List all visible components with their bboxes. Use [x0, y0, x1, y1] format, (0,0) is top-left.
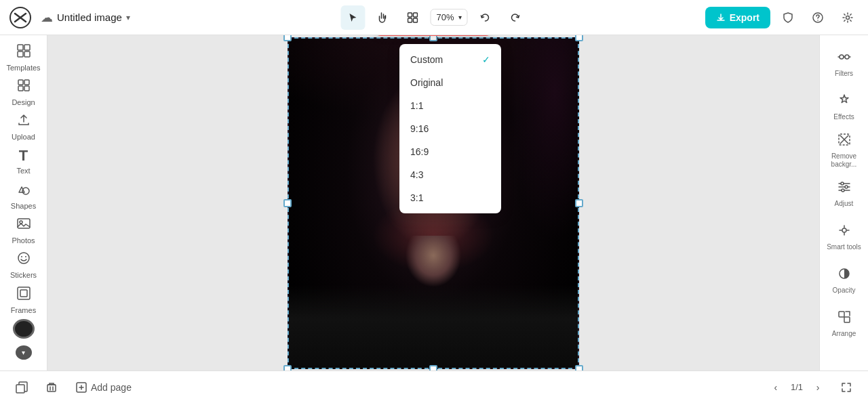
sidebar-item-filters[interactable]: Filters [824, 43, 865, 84]
next-page-button[interactable]: › [808, 378, 827, 397]
pagination-label: 1/1 [791, 382, 803, 392]
design-label: Design [12, 98, 35, 106]
svg-marker-19 [19, 187, 24, 192]
canvas-area[interactable]: Custom ▲ × ✓ [47, 35, 819, 370]
handle-bottom-right[interactable] [575, 365, 583, 371]
crop-toolbar: Custom ▲ × ✓ [374, 35, 492, 36]
sidebar-item-text[interactable]: T Text [3, 144, 44, 177]
handle-top-right[interactable] [575, 35, 583, 41]
stickers-icon [16, 251, 31, 269]
svg-rect-14 [18, 80, 23, 85]
fullscreen-button[interactable] [835, 377, 857, 398]
svg-rect-13 [24, 51, 30, 57]
dropdown-item-original[interactable]: Original [399, 71, 501, 94]
shield-button[interactable] [776, 5, 800, 30]
svg-point-36 [842, 189, 844, 192]
dropdown-item-9-16[interactable]: 9:16 [399, 117, 501, 140]
settings-button[interactable] [835, 5, 860, 30]
svg-rect-42 [16, 385, 24, 393]
topbar-right: Export [705, 5, 860, 30]
effects-label: Effects [833, 113, 854, 121]
canvas-image-container[interactable]: Custom ▲ × ✓ [288, 37, 579, 369]
add-page-button[interactable]: Add page [71, 378, 137, 397]
svg-rect-11 [24, 45, 30, 50]
canvas-wrapper: Custom ▲ × ✓ [288, 37, 579, 369]
smart-tools-label: Smart tools [827, 243, 861, 251]
opacity-label: Opacity [833, 287, 856, 295]
svg-rect-12 [18, 51, 23, 57]
copy-page-button[interactable] [11, 377, 33, 398]
dropdown-item-4-3[interactable]: 4:3 [399, 163, 501, 186]
handle-top-left[interactable] [283, 35, 292, 41]
pagination: ‹ 1/1 › [766, 378, 827, 397]
select-tool-button[interactable] [340, 5, 365, 30]
app-logo[interactable] [8, 5, 33, 30]
dropdown-item-16-9[interactable]: 16:9 [399, 140, 501, 163]
export-button[interactable]: Export [705, 7, 770, 28]
expand-button[interactable]: ▾ [16, 345, 32, 360]
undo-button[interactable] [473, 5, 498, 30]
svg-point-34 [841, 182, 844, 185]
svg-rect-3 [408, 13, 412, 17]
right-sidebar: Filters Effects Remove backgr... [819, 35, 868, 370]
handle-top-middle[interactable] [429, 35, 437, 41]
text-icon: T [19, 147, 28, 165]
crop-dropdown[interactable]: Custom ✓ Original 1:1 9:16 16:9 [399, 44, 501, 213]
title-chevron-icon[interactable]: ▾ [126, 13, 130, 22]
svg-point-9 [846, 16, 850, 19]
zoom-chevron-icon: ▾ [458, 14, 462, 21]
sidebar-item-templates[interactable]: Templates [3, 41, 44, 74]
redo-button[interactable] [503, 5, 528, 30]
sidebar-item-adjust[interactable]: Adjust [824, 173, 865, 214]
sidebar-item-arrange[interactable]: Arrange [824, 303, 865, 344]
dropdown-custom-label: Custom [410, 54, 443, 65]
sidebar-item-shapes[interactable]: Shapes [3, 179, 44, 213]
sidebar-item-photos[interactable]: Photos [3, 214, 44, 247]
svg-rect-43 [47, 385, 56, 391]
design-icon [16, 78, 31, 96]
zoom-control[interactable]: 70% ▾ [430, 9, 467, 26]
handle-left-middle[interactable] [283, 199, 292, 207]
sidebar-item-frames[interactable]: Frames [3, 283, 44, 316]
dropdown-custom-check: ✓ [482, 54, 490, 65]
sidebar-item-upload[interactable]: Upload [3, 110, 44, 143]
zoom-value: 70% [436, 12, 454, 22]
sidebar-item-effects[interactable]: Effects [824, 87, 865, 127]
opacity-icon [837, 267, 851, 284]
dropdown-item-1-1[interactable]: 1:1 [399, 94, 501, 117]
help-button[interactable] [806, 5, 830, 30]
svg-point-24 [25, 256, 26, 257]
adjust-icon [837, 180, 851, 197]
filters-icon [837, 50, 851, 67]
color-picker-button[interactable] [13, 319, 35, 339]
dropdown-original-label: Original [410, 77, 443, 88]
dropdown-9-16-label: 9:16 [410, 123, 429, 134]
stickers-label: Stickers [10, 271, 37, 279]
sidebar-item-design[interactable]: Design [3, 75, 44, 108]
frames-label: Frames [11, 306, 36, 314]
arrange-icon [837, 310, 851, 327]
svg-rect-25 [18, 287, 30, 299]
delete-page-button[interactable] [41, 377, 62, 398]
hand-tool-button[interactable] [370, 5, 395, 30]
upload-label: Upload [12, 133, 35, 141]
prev-page-button[interactable]: ‹ [766, 378, 785, 397]
handle-right-middle[interactable] [575, 199, 583, 207]
handle-bottom-left[interactable] [283, 365, 292, 371]
sidebar-item-remove-bg[interactable]: Remove backgr... [824, 130, 865, 171]
filters-label: Filters [835, 70, 853, 78]
svg-rect-4 [413, 13, 417, 17]
handle-bottom-middle[interactable] [429, 365, 437, 371]
sidebar-item-stickers[interactable]: Stickers [3, 249, 44, 282]
dropdown-item-custom[interactable]: Custom ✓ [399, 48, 501, 71]
left-sidebar: Templates Design Upload [0, 35, 47, 370]
svg-rect-26 [20, 290, 27, 297]
dropdown-item-3-1[interactable]: 3:1 [399, 186, 501, 209]
svg-point-35 [845, 186, 848, 188]
sidebar-item-opacity[interactable]: Opacity [824, 260, 865, 301]
document-title[interactable]: Untitled image [57, 12, 122, 23]
effects-icon [837, 93, 851, 110]
sidebar-item-smart-tools[interactable]: Smart tools [824, 217, 865, 257]
layout-button[interactable] [400, 5, 425, 30]
topbar-tools: 70% ▾ [340, 5, 527, 30]
